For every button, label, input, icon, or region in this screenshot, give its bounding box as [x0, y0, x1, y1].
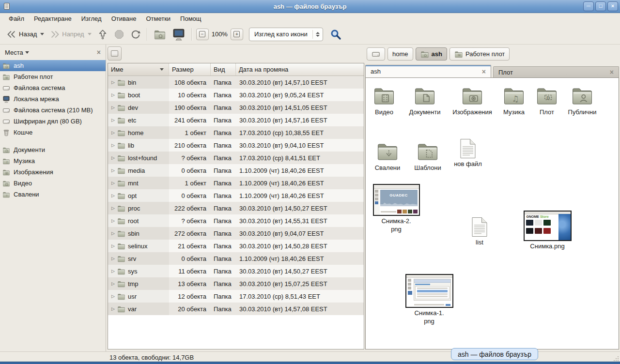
- table-row[interactable]: ▷usr12 обектаПапка17.03.2010 (ср) 8,51,4…: [108, 290, 364, 303]
- menu-help[interactable]: Помощ: [175, 14, 206, 24]
- sidebar-mode-caret[interactable]: [25, 51, 29, 54]
- up-button[interactable]: [94, 28, 111, 41]
- expander-icon[interactable]: ▷: [111, 80, 115, 85]
- table-row[interactable]: ▷tmp13 обектаПапка30.03.2010 (вт) 15,07,…: [108, 277, 364, 290]
- path-button-ash[interactable]: ash: [416, 47, 447, 61]
- expander-icon[interactable]: ▷: [111, 106, 115, 110]
- sidebar-item-кошче[interactable]: Кошче: [0, 127, 106, 138]
- expander-icon[interactable]: ▷: [111, 231, 115, 236]
- menu-edit[interactable]: Редактиране: [29, 14, 77, 24]
- expander-icon[interactable]: ▷: [111, 269, 115, 273]
- reload-button[interactable]: [127, 28, 144, 41]
- expander-icon[interactable]: ▷: [111, 156, 115, 160]
- expander-icon[interactable]: ▷: [111, 131, 115, 135]
- table-row[interactable]: ▷srv0 обектаПапка1.10.2009 (чт) 18,40,26…: [108, 252, 364, 265]
- table-row[interactable]: ▷selinux21 обектаПапка30.03.2010 (вт) 14…: [108, 240, 364, 252]
- sidebar-item-ash[interactable]: ash: [0, 60, 106, 71]
- minimize-button[interactable]: ─: [583, 1, 594, 11]
- sidebar-item-файлова-система[interactable]: Файлова система: [0, 82, 106, 93]
- menu-bookmarks[interactable]: Отметки: [141, 14, 175, 24]
- resize-grip[interactable]: [613, 355, 619, 361]
- path-button-home[interactable]: home: [388, 47, 413, 61]
- expander-icon[interactable]: ▷: [111, 181, 115, 185]
- tab-ash[interactable]: ash×: [365, 65, 491, 77]
- computer-button[interactable]: [169, 26, 188, 43]
- view-selector[interactable]: Изглед като икони: [249, 28, 323, 41]
- table-row[interactable]: ▷bin108 обектаПапка30.03.2010 (вт) 14,57…: [108, 76, 364, 89]
- icon-item-нов-файл[interactable]: нов файл: [449, 138, 487, 168]
- expander-icon[interactable]: ▷: [111, 168, 115, 173]
- tab-close-icon[interactable]: ×: [482, 68, 486, 76]
- sidebar-item-документи[interactable]: Документи: [0, 144, 106, 155]
- table-row[interactable]: ▷opt0 обектаПапка1.10.2009 (чт) 18,40,26…: [108, 189, 364, 202]
- expander-icon[interactable]: ▷: [111, 194, 115, 198]
- sidebar-item-музика[interactable]: Музика: [0, 155, 106, 167]
- icon-item-изображения[interactable]: Изображения: [450, 84, 495, 117]
- expander-icon[interactable]: ▷: [111, 307, 115, 311]
- expander-icon[interactable]: ▷: [111, 118, 115, 122]
- sidebar-item-работен-плот[interactable]: Работен плот: [0, 71, 106, 82]
- back-history-caret[interactable]: [40, 33, 44, 35]
- home-button[interactable]: [151, 27, 169, 42]
- path-button-filesystem[interactable]: [367, 47, 385, 61]
- sidebar-item-свалени[interactable]: Свалени: [0, 189, 106, 200]
- expander-icon[interactable]: ▷: [111, 244, 115, 248]
- icon-item-свалени[interactable]: Свалени: [365, 139, 410, 172]
- expander-icon[interactable]: ▷: [111, 282, 115, 286]
- table-row[interactable]: ▷mnt1 обектПапка1.10.2009 (чт) 18,40,26 …: [108, 177, 364, 189]
- sidebar-item-видео[interactable]: Видео: [0, 178, 106, 189]
- titlebar[interactable]: ash — файлов браузър ─ □ ×: [0, 0, 620, 13]
- view-selector-spinner[interactable]: [312, 30, 320, 39]
- menu-go[interactable]: Отиване: [107, 14, 141, 24]
- table-row[interactable]: ▷sbin272 обектаПапка30.03.2010 (вт) 9,04…: [108, 227, 364, 240]
- close-button[interactable]: ×: [607, 1, 618, 11]
- icon-item-документи[interactable]: Документи: [403, 84, 447, 117]
- icon-item-снимка-2-png[interactable]: GUADECСнимка-2.png: [372, 184, 420, 234]
- maximize-button[interactable]: □: [595, 1, 606, 11]
- expander-icon[interactable]: ▷: [111, 206, 115, 211]
- tab-плот[interactable]: Плот×: [493, 66, 619, 77]
- table-row[interactable]: ▷root? обектаПапка30.03.2010 (вт) 14,55,…: [108, 214, 364, 227]
- stop-button[interactable]: [111, 28, 127, 41]
- sidebar-title[interactable]: Места: [5, 49, 23, 56]
- expander-icon[interactable]: ▷: [111, 257, 115, 261]
- icon-item-снимка-png[interactable]: GNOME StoreСнимка.png: [523, 211, 572, 251]
- icon-item-публични[interactable]: Публични: [560, 84, 604, 117]
- menu-view[interactable]: Изглед: [77, 14, 107, 24]
- icon-item-list[interactable]: list: [463, 217, 496, 247]
- table-row[interactable]: ▷dev190 обектаПапка30.03.2010 (вт) 14,51…: [108, 101, 364, 114]
- table-row[interactable]: ▷lib210 обектаПапка30.03.2010 (вт) 9,04,…: [108, 139, 364, 152]
- search-button[interactable]: [329, 28, 342, 41]
- column-header-size[interactable]: Размер: [169, 63, 211, 76]
- pane-location-button[interactable]: [108, 46, 122, 61]
- sidebar-item-локална-мрежа[interactable]: Локална мрежа: [0, 93, 106, 105]
- table-row[interactable]: ▷var20 обектаПапка30.03.2010 (вт) 14,57,…: [108, 303, 364, 315]
- back-button[interactable]: Назад: [4, 29, 47, 40]
- column-header-name[interactable]: Име: [108, 63, 169, 76]
- expander-icon[interactable]: ▷: [111, 93, 115, 97]
- table-row[interactable]: ▷boot10 обектаПапка30.03.2010 (вт) 9,05,…: [108, 89, 364, 101]
- tab-close-icon[interactable]: ×: [610, 68, 614, 76]
- column-header-date[interactable]: Дата на промяна: [236, 63, 364, 76]
- table-row[interactable]: ▷lost+found? обектаПапка17.03.2010 (ср) …: [108, 152, 364, 164]
- table-row[interactable]: ▷media0 обектаПапка1.10.2009 (чт) 18,40,…: [108, 164, 364, 177]
- icon-item-шаблони[interactable]: Шаблони: [405, 139, 450, 172]
- icon-item-снимка-1-png[interactable]: Снимка-1.png: [404, 274, 454, 326]
- sidebar-item-шифриран-дял-80-gb-[interactable]: Шифриран дял (80 GB): [0, 116, 106, 127]
- taskbar-window-button[interactable]: ash — файлов браузър: [451, 348, 538, 360]
- path-button-desktop[interactable]: Работен плот: [450, 47, 510, 61]
- sidebar-item-файлова-система-210-mb-[interactable]: Файлова система (210 MB): [0, 105, 106, 116]
- forward-button[interactable]: Напред: [47, 29, 94, 40]
- sidebar-item-изображения[interactable]: Изображения: [0, 167, 106, 178]
- expander-icon[interactable]: ▷: [111, 294, 115, 299]
- table-row[interactable]: ▷home1 обектПапка17.03.2010 (ср) 10,38,5…: [108, 126, 364, 139]
- column-header-type[interactable]: Вид: [211, 63, 236, 76]
- table-row[interactable]: ▷etc241 обектаПапка30.03.2010 (вт) 14,57…: [108, 114, 364, 126]
- expander-icon[interactable]: ▷: [111, 143, 115, 148]
- table-row[interactable]: ▷sys11 обектаПапка30.03.2010 (вт) 14,50,…: [108, 265, 364, 277]
- menu-file[interactable]: Файл: [4, 14, 29, 24]
- icon-item-видео[interactable]: Видео: [365, 84, 406, 117]
- expander-icon[interactable]: ▷: [111, 219, 115, 223]
- zoom-in-button[interactable]: +: [231, 29, 243, 40]
- sidebar-close-icon[interactable]: ×: [97, 48, 101, 56]
